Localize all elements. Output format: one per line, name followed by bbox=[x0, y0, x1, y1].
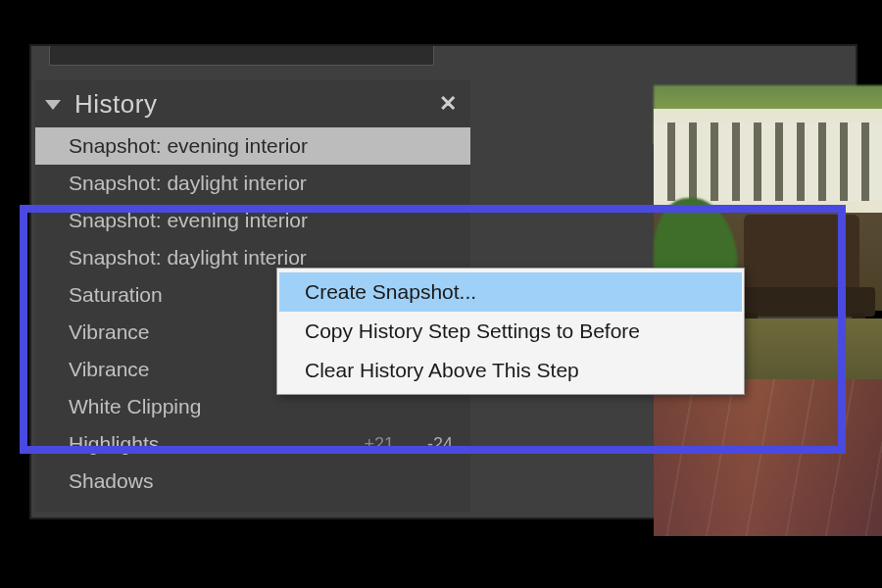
history-step[interactable]: Snapshot: evening interior bbox=[35, 202, 470, 239]
history-panel-header[interactable]: History ✕ bbox=[35, 80, 470, 127]
history-step[interactable]: Highlights+21-24 bbox=[35, 425, 470, 463]
history-step-label: White Clipping bbox=[69, 395, 325, 418]
context-menu-item[interactable]: Clear History Above This Step bbox=[279, 351, 742, 390]
history-step-label: Snapshot: daylight interior bbox=[69, 246, 325, 270]
disclosure-triangle-icon[interactable] bbox=[45, 100, 61, 110]
close-icon[interactable]: ✕ bbox=[439, 91, 457, 117]
history-step-delta: +21 bbox=[325, 434, 394, 455]
history-step-label: Snapshot: daylight interior bbox=[69, 172, 325, 195]
history-step-label: Snapshot: evening interior bbox=[69, 209, 325, 232]
history-step-label: Highlights bbox=[69, 432, 325, 456]
history-step[interactable]: Shadows bbox=[35, 463, 470, 500]
history-step-label: Snapshot: evening interior bbox=[69, 134, 325, 158]
history-step-value: -24 bbox=[394, 434, 453, 455]
panel-divider-top bbox=[49, 46, 434, 66]
history-step[interactable]: Snapshot: evening interior bbox=[35, 127, 470, 165]
history-step-label: Shadows bbox=[69, 469, 325, 493]
history-step[interactable]: Snapshot: daylight interior bbox=[35, 165, 470, 202]
history-panel-title: History bbox=[74, 89, 439, 120]
context-menu: Create Snapshot...Copy History Step Sett… bbox=[276, 268, 745, 395]
context-menu-item[interactable]: Copy History Step Settings to Before bbox=[279, 312, 742, 351]
context-menu-item[interactable]: Create Snapshot... bbox=[279, 272, 742, 312]
